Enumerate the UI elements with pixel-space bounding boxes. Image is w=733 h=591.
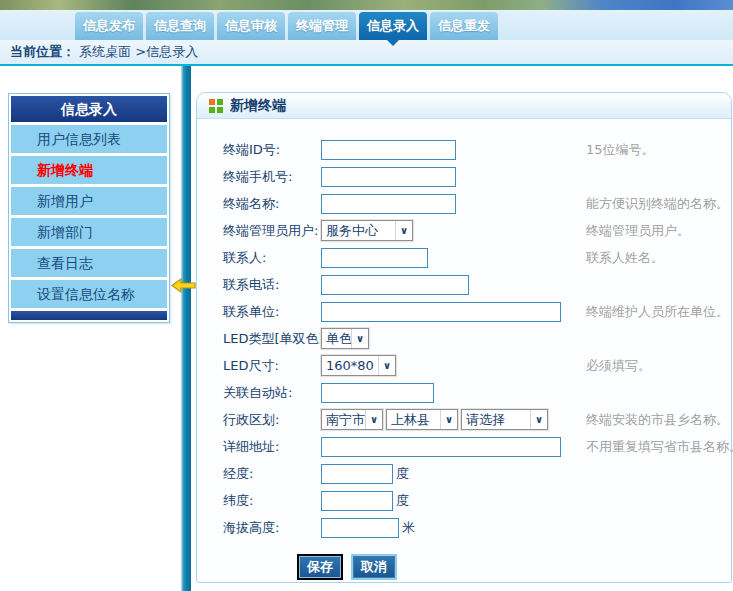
longitude-input[interactable] <box>321 464 393 484</box>
terminal-id-controls <box>321 140 586 160</box>
form-row-contact-person: 联系人:联系人姓名。 <box>223 244 731 271</box>
form-row-detail-address: 详细地址:不用重复填写省市县名称。 <box>223 433 731 460</box>
latitude-unit-label: 度 <box>396 492 409 510</box>
form-row-latitude: 纬度:度 <box>223 487 731 514</box>
chevron-down-icon: ∨ <box>365 410 382 429</box>
tab-terminal-manage[interactable]: 终端管理 <box>288 12 356 40</box>
sidebar-main-divider <box>181 66 191 591</box>
chevron-down-icon: ∨ <box>378 356 395 375</box>
tab-info-query[interactable]: 信息查询 <box>146 12 214 40</box>
contact-org-controls <box>321 302 586 322</box>
sidebar-item-set-info-position-name[interactable]: 设置信息位名称 <box>11 280 167 308</box>
sidebar-footer-bar <box>11 311 167 320</box>
tab-info-publish[interactable]: 信息发布 <box>75 12 143 40</box>
contact-org-input[interactable] <box>321 302 561 322</box>
led-type-label: LED类型[单双色]: <box>223 330 321 348</box>
sidebar: 信息录入 用户信息列表新增终端新增用户新增部门查看日志设置信息位名称 <box>8 93 170 323</box>
region-city-select-value: 南宁市 <box>326 411 365 429</box>
region-county-select-value: 上林县 <box>391 411 430 429</box>
sidebar-collapse-arrow-icon[interactable] <box>171 278 196 297</box>
header-photo-banner <box>0 0 733 10</box>
region-city-select[interactable]: 南宁市∨ <box>321 409 383 430</box>
form-row-altitude: 海拔高度:米 <box>223 514 731 541</box>
led-size-hint: 必须填写。 <box>586 357 651 375</box>
form-row-contact-phone: 联系电话: <box>223 271 731 298</box>
terminal-id-input[interactable] <box>321 140 456 160</box>
altitude-input[interactable] <box>321 518 399 538</box>
led-size-select-value: 160*80 <box>326 358 374 373</box>
longitude-unit-label: 度 <box>396 465 409 483</box>
sidebar-item-add-user[interactable]: 新增用户 <box>11 187 167 215</box>
terminal-name-hint: 能方便识别终端的名称。 <box>586 195 729 213</box>
tab-info-audit[interactable]: 信息审核 <box>217 12 285 40</box>
detail-address-controls <box>321 437 586 457</box>
breadcrumb-prefix: 当前位置： <box>10 44 75 59</box>
tab-info-resend[interactable]: 信息重发 <box>430 12 498 40</box>
form-row-admin-region: 行政区划:南宁市∨上林县∨请选择∨终端安装的市县乡名称。 <box>223 406 731 433</box>
chevron-down-icon: ∨ <box>351 329 368 348</box>
nav-tabs: 信息发布信息查询信息审核终端管理信息录入信息重发 <box>75 12 498 40</box>
sidebar-title: 信息录入 <box>11 96 167 122</box>
apps-grid-icon <box>209 99 223 113</box>
form-rows: 终端ID号:15位编号。终端手机号:终端名称:能方便识别终端的名称。终端管理员用… <box>223 136 731 541</box>
panel-body: 终端ID号:15位编号。终端手机号:终端名称:能方便识别终端的名称。终端管理员用… <box>197 119 731 580</box>
altitude-label: 海拔高度: <box>223 519 321 537</box>
contact-person-controls <box>321 248 586 268</box>
led-size-select[interactable]: 160*80∨ <box>321 355 396 376</box>
sidebar-item-view-log[interactable]: 查看日志 <box>11 249 167 277</box>
longitude-controls: 度 <box>321 464 586 484</box>
form-row-linked-auto-station: 关联自动站: <box>223 379 731 406</box>
linked-auto-station-label: 关联自动站: <box>223 384 321 402</box>
led-type-select[interactable]: 单色∨ <box>321 328 369 349</box>
contact-person-input[interactable] <box>321 248 428 268</box>
contact-phone-controls <box>321 275 586 295</box>
region-county-select[interactable]: 上林县∨ <box>386 409 458 430</box>
latitude-input[interactable] <box>321 491 393 511</box>
altitude-controls: 米 <box>321 518 586 538</box>
terminal-id-hint: 15位编号。 <box>586 141 655 159</box>
contact-person-label: 联系人: <box>223 249 321 267</box>
contact-phone-label: 联系电话: <box>223 276 321 294</box>
detail-address-hint: 不用重复填写省市县名称。 <box>586 438 733 456</box>
tab-info-entry[interactable]: 信息录入 <box>359 12 427 40</box>
linked-auto-station-input[interactable] <box>321 383 434 403</box>
sidebar-item-add-department[interactable]: 新增部门 <box>11 218 167 246</box>
led-size-label: LED尺寸: <box>223 357 321 375</box>
breadcrumb: 当前位置： 系统桌面 >信息录入 <box>0 40 733 66</box>
form-button-row: 保存 取消 <box>297 554 731 580</box>
region-town-select-value: 请选择 <box>466 411 505 429</box>
contact-org-label: 联系单位: <box>223 303 321 321</box>
breadcrumb-parent-link[interactable]: 系统桌面 <box>79 44 131 59</box>
chevron-down-icon: ∨ <box>530 410 547 429</box>
form-row-contact-org: 联系单位:终端维护人员所在单位。 <box>223 298 731 325</box>
breadcrumb-current: 信息录入 <box>146 44 198 59</box>
save-button[interactable]: 保存 <box>297 554 343 580</box>
region-town-select[interactable]: 请选择∨ <box>461 409 548 430</box>
terminal-name-input[interactable] <box>321 194 456 214</box>
terminal-phone-label: 终端手机号: <box>223 168 321 186</box>
panel-header: 新增终端 <box>197 93 731 119</box>
chevron-down-icon: ∨ <box>395 221 412 240</box>
terminal-admin-select[interactable]: 服务中心∨ <box>321 220 413 241</box>
top-nav-bar: 信息发布信息查询信息审核终端管理信息录入信息重发 <box>0 10 733 40</box>
add-terminal-panel: 新增终端 终端ID号:15位编号。终端手机号:终端名称:能方便识别终端的名称。终… <box>196 92 732 583</box>
breadcrumb-separator: > <box>131 44 146 59</box>
form-row-longitude: 经度:度 <box>223 460 731 487</box>
sidebar-item-user-info-list[interactable]: 用户信息列表 <box>11 125 167 153</box>
terminal-admin-label: 终端管理员用户: <box>223 222 321 240</box>
admin-region-label: 行政区划: <box>223 411 321 429</box>
form-row-led-type: LED类型[单双色]:单色∨ <box>223 325 731 352</box>
detail-address-input[interactable] <box>321 437 561 457</box>
terminal-phone-input[interactable] <box>321 167 456 187</box>
sidebar-item-add-terminal[interactable]: 新增终端 <box>11 156 167 184</box>
contact-person-hint: 联系人姓名。 <box>586 249 664 267</box>
cancel-button[interactable]: 取消 <box>351 554 397 580</box>
contact-phone-input[interactable] <box>321 275 469 295</box>
detail-address-label: 详细地址: <box>223 438 321 456</box>
form-row-terminal-name: 终端名称:能方便识别终端的名称。 <box>223 190 731 217</box>
terminal-phone-controls <box>321 167 586 187</box>
form-row-led-size: LED尺寸:160*80∨必须填写。 <box>223 352 731 379</box>
linked-auto-station-controls <box>321 383 586 403</box>
form-row-terminal-admin: 终端管理员用户:服务中心∨终端管理员用户。 <box>223 217 731 244</box>
altitude-unit-label: 米 <box>402 519 415 537</box>
